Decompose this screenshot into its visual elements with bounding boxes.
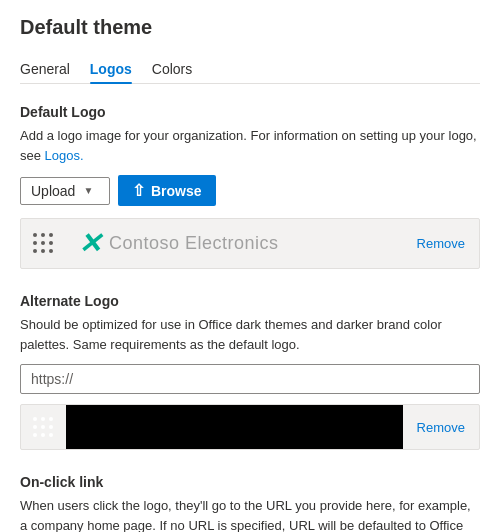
dot bbox=[33, 241, 37, 245]
dot bbox=[49, 233, 53, 237]
default-logo-section: Default Logo Add a logo image for your o… bbox=[20, 104, 480, 269]
dot bbox=[33, 417, 37, 421]
drag-handle-icon[interactable] bbox=[21, 223, 66, 264]
dot bbox=[49, 433, 53, 437]
alt-grid-dots bbox=[33, 417, 54, 438]
tab-bar: General Logos Colors bbox=[20, 53, 480, 84]
browse-button[interactable]: ⇧ Browse bbox=[118, 175, 216, 206]
default-logo-title: Default Logo bbox=[20, 104, 480, 120]
upload-icon: ⇧ bbox=[132, 181, 145, 200]
dot bbox=[49, 425, 53, 429]
upload-row: Upload ▼ ⇧ Browse bbox=[20, 175, 480, 206]
alternate-logo-preview: Remove bbox=[20, 404, 480, 450]
alternate-logo-description: Should be optimized for use in Office da… bbox=[20, 315, 480, 354]
contoso-x-icon: ✕ bbox=[78, 227, 101, 260]
chevron-down-icon: ▼ bbox=[83, 185, 99, 196]
dot bbox=[41, 241, 45, 245]
grid-dots bbox=[33, 233, 54, 254]
tab-general[interactable]: General bbox=[20, 53, 70, 83]
dot bbox=[41, 249, 45, 253]
dot bbox=[41, 417, 45, 421]
default-logo-description: Add a logo image for your organization. … bbox=[20, 126, 480, 165]
contoso-name: Contoso Electronics bbox=[109, 233, 279, 254]
alternate-logo-remove-link[interactable]: Remove bbox=[403, 410, 479, 445]
default-logo-remove-link[interactable]: Remove bbox=[403, 226, 479, 261]
onclick-link-section: On-click link When users click the logo,… bbox=[20, 474, 480, 532]
alternate-logo-section: Alternate Logo Should be optimized for u… bbox=[20, 293, 480, 450]
dot bbox=[33, 233, 37, 237]
dot bbox=[33, 425, 37, 429]
page-title: Default theme bbox=[20, 16, 480, 39]
alternate-logo-title: Alternate Logo bbox=[20, 293, 480, 309]
logo-preview-area: ✕ Contoso Electronics bbox=[66, 219, 403, 268]
onclick-link-title: On-click link bbox=[20, 474, 480, 490]
default-logo-preview: ✕ Contoso Electronics Remove bbox=[20, 218, 480, 269]
dark-preview-area bbox=[66, 405, 403, 449]
logos-link[interactable]: Logos. bbox=[45, 148, 84, 163]
upload-select[interactable]: Upload ▼ bbox=[20, 177, 110, 205]
tab-logos[interactable]: Logos bbox=[90, 53, 132, 83]
contoso-logo: ✕ Contoso Electronics bbox=[78, 227, 279, 260]
alt-drag-handle-icon[interactable] bbox=[21, 407, 66, 448]
dot bbox=[41, 433, 45, 437]
tab-colors[interactable]: Colors bbox=[152, 53, 192, 83]
alternate-logo-url-input[interactable] bbox=[20, 364, 480, 394]
dot bbox=[49, 241, 53, 245]
dot bbox=[33, 433, 37, 437]
dot bbox=[33, 249, 37, 253]
dot bbox=[49, 249, 53, 253]
onclick-link-description: When users click the logo, they'll go to… bbox=[20, 496, 480, 532]
dot bbox=[49, 417, 53, 421]
dot bbox=[41, 233, 45, 237]
dot bbox=[41, 425, 45, 429]
upload-select-label: Upload bbox=[31, 183, 75, 199]
